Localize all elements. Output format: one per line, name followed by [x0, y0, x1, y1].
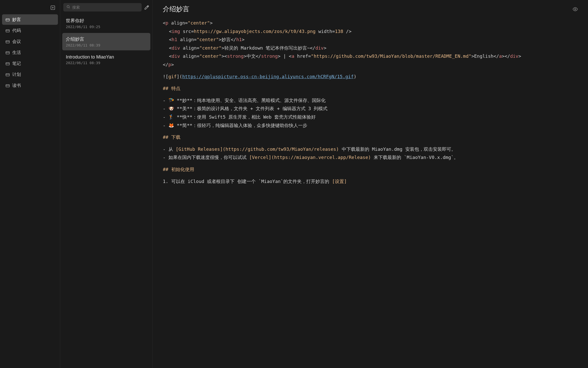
folder-icon: [6, 73, 10, 76]
folder-item[interactable]: 生活: [2, 47, 58, 58]
folder-label: 代码: [12, 28, 21, 33]
folder-item[interactable]: 读书: [2, 80, 58, 91]
editor-panel: 介绍妙言 <p align="center"> <img src=https:/…: [153, 0, 588, 368]
folder-item[interactable]: 代码: [2, 25, 58, 36]
folder-item[interactable]: 妙言: [2, 14, 58, 25]
search-input[interactable]: [72, 5, 139, 9]
svg-point-17: [67, 6, 69, 8]
folder-icon: [6, 51, 10, 54]
folder-icon: [6, 40, 10, 43]
search-box[interactable]: [63, 3, 142, 12]
svg-point-19: [575, 8, 576, 10]
folder-item[interactable]: 会议: [2, 36, 58, 47]
folder-label: 妙言: [12, 17, 21, 22]
folder-icon: [6, 62, 10, 65]
folder-label: 会议: [12, 39, 21, 44]
compose-icon[interactable]: [144, 5, 149, 10]
svg-rect-3: [6, 19, 9, 21]
folder-label: 读书: [12, 83, 21, 88]
document-title[interactable]: 介绍妙言: [163, 5, 189, 14]
folder-label: 生活: [12, 50, 21, 55]
folder-icon: [6, 29, 10, 32]
editor-content[interactable]: <p align="center"> <img src=https://gw.a…: [153, 16, 588, 368]
svg-rect-7: [6, 41, 9, 43]
note-item[interactable]: 介绍妙言2022/06/11 08:39: [62, 33, 150, 50]
note-title: 世界你好: [66, 18, 147, 24]
folder-item[interactable]: 计划: [2, 69, 58, 80]
note-item[interactable]: 世界你好2022/06/11 09:25: [62, 15, 150, 32]
note-date: 2022/06/11 08:39: [66, 43, 147, 47]
note-date: 2022/06/11 08:39: [66, 61, 147, 65]
new-folder-icon[interactable]: [50, 5, 55, 10]
svg-rect-15: [6, 85, 9, 87]
folder-label: 笔记: [12, 61, 21, 66]
folder-sidebar: 妙言代码会议生活笔记计划读书: [0, 0, 60, 368]
svg-rect-5: [6, 30, 9, 32]
folder-label: 计划: [12, 72, 21, 77]
note-item[interactable]: Introduction to MiaoYan2022/06/11 08:39: [62, 51, 150, 68]
svg-rect-13: [6, 74, 9, 76]
preview-icon[interactable]: [573, 7, 578, 12]
svg-line-18: [69, 7, 70, 8]
folder-item[interactable]: 笔记: [2, 58, 58, 69]
folder-icon: [6, 84, 10, 87]
svg-rect-9: [6, 52, 9, 54]
note-title: 介绍妙言: [66, 36, 147, 42]
note-list-panel: 世界你好2022/06/11 09:25介绍妙言2022/06/11 08:39…: [60, 0, 153, 368]
svg-rect-11: [6, 63, 9, 65]
note-title: Introduction to MiaoYan: [66, 54, 147, 60]
folder-icon: [6, 18, 10, 21]
note-date: 2022/06/11 09:25: [66, 25, 147, 29]
search-icon: [66, 5, 70, 10]
